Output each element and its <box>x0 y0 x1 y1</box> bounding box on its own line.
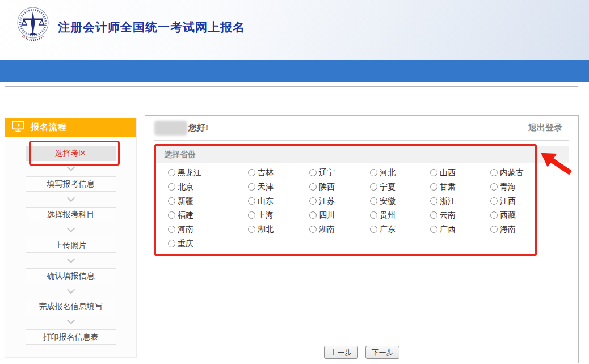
province-option-湖北[interactable]: 湖北 <box>248 222 309 236</box>
sidebar-step-4[interactable]: 上传照片 <box>26 238 116 253</box>
radio-circle-icon[interactable] <box>168 240 175 247</box>
radio-circle-icon[interactable] <box>309 211 317 219</box>
province-label: 山西 <box>440 168 456 178</box>
radio-circle-icon[interactable] <box>309 183 317 191</box>
province-option-安徽[interactable]: 安徽 <box>370 194 430 208</box>
province-option-江西[interactable]: 江西 <box>490 194 569 208</box>
radio-circle-icon[interactable] <box>490 169 498 176</box>
province-label: 湖北 <box>258 225 274 235</box>
province-option-广东[interactable]: 广东 <box>370 222 430 236</box>
radio-circle-icon[interactable] <box>490 197 498 205</box>
chevron-down-icon <box>68 253 74 268</box>
radio-circle-icon[interactable] <box>490 183 498 191</box>
sidebar-step-3[interactable]: 选择报考科目 <box>26 207 116 222</box>
radio-circle-icon[interactable] <box>430 211 437 219</box>
radio-circle-icon[interactable] <box>248 169 255 176</box>
province-option-重庆[interactable]: 重庆 <box>168 236 248 251</box>
next-step-button[interactable]: 下一步 <box>365 346 399 359</box>
province-option-四川[interactable]: 四川 <box>309 208 370 222</box>
province-option-西藏[interactable]: 西藏 <box>490 208 569 222</box>
province-grid: 黑龙江吉林辽宁河北山西内蒙古北京天津陕西宁夏甘肃青海新疆山东江苏安徽浙江江西福建… <box>154 163 569 251</box>
radio-circle-icon[interactable] <box>309 197 317 205</box>
radio-circle-icon[interactable] <box>248 226 255 233</box>
province-label: 云南 <box>440 210 456 221</box>
radio-circle-icon[interactable] <box>370 226 377 233</box>
province-option-甘肃[interactable]: 甘肃 <box>430 180 490 194</box>
province-label: 江苏 <box>319 196 335 206</box>
radio-circle-icon[interactable] <box>430 226 437 233</box>
province-option-贵州[interactable]: 贵州 <box>370 208 430 222</box>
province-option-山东[interactable]: 山东 <box>248 194 309 208</box>
radio-circle-icon[interactable] <box>309 169 317 176</box>
province-option-海南[interactable]: 海南 <box>490 222 569 236</box>
sidebar-step-2[interactable]: 填写报考信息 <box>26 176 116 192</box>
main-panel: 您好! 退出登录 选择省份 黑龙江吉林辽宁河北山西内蒙古北京天津陕西宁夏甘肃青海… <box>145 115 579 363</box>
province-option-北京[interactable]: 北京 <box>168 180 248 194</box>
province-label: 北京 <box>178 182 193 192</box>
radio-circle-icon[interactable] <box>168 226 175 233</box>
toolbar-box <box>5 86 578 109</box>
radio-circle-icon[interactable] <box>430 197 437 205</box>
province-option-江苏[interactable]: 江苏 <box>309 194 370 208</box>
sidebar-step-6[interactable]: 完成报名信息填写 <box>26 299 116 314</box>
radio-circle-icon[interactable] <box>248 197 255 205</box>
province-label: 重庆 <box>178 239 193 249</box>
radio-circle-icon[interactable] <box>430 169 437 176</box>
prev-step-button[interactable]: 上一步 <box>324 346 358 359</box>
province-option-福建[interactable]: 福建 <box>168 208 248 222</box>
province-option-吉林[interactable]: 吉林 <box>248 166 309 180</box>
province-label: 黑龙江 <box>178 168 201 178</box>
radio-circle-icon[interactable] <box>168 169 175 176</box>
province-option-天津[interactable]: 天津 <box>248 180 309 194</box>
radio-circle-icon[interactable] <box>370 211 377 219</box>
radio-circle-icon[interactable] <box>168 211 175 219</box>
sidebar-step-5[interactable]: 确认填报信息 <box>26 268 116 283</box>
province-option-河北[interactable]: 河北 <box>370 166 430 180</box>
radio-circle-icon[interactable] <box>490 226 498 233</box>
chevron-down-icon <box>68 283 74 299</box>
top-header: 注册会计师全国统一考试网上报名 <box>0 0 589 60</box>
province-label: 河北 <box>380 168 396 178</box>
province-option-黑龙江[interactable]: 黑龙江 <box>168 166 248 180</box>
radio-circle-icon[interactable] <box>370 197 377 205</box>
province-label: 江西 <box>500 196 516 206</box>
province-label: 辽宁 <box>319 168 335 178</box>
radio-circle-icon[interactable] <box>248 183 255 191</box>
section-header: 选择省份 <box>154 146 569 163</box>
radio-circle-icon[interactable] <box>370 169 377 176</box>
province-option-青海[interactable]: 青海 <box>490 180 569 194</box>
province-label: 山东 <box>258 196 274 206</box>
chevron-down-icon <box>68 314 74 329</box>
radio-circle-icon[interactable] <box>370 183 377 191</box>
province-option-辽宁[interactable]: 辽宁 <box>309 166 370 180</box>
radio-circle-icon[interactable] <box>168 183 175 191</box>
province-option-湖南[interactable]: 湖南 <box>309 222 370 236</box>
province-option-上海[interactable]: 上海 <box>248 208 309 222</box>
province-label: 海南 <box>500 225 516 235</box>
province-label: 新疆 <box>178 196 193 206</box>
province-label: 广西 <box>440 225 456 235</box>
radio-circle-icon[interactable] <box>430 183 437 191</box>
radio-circle-icon[interactable] <box>490 211 498 219</box>
monitor-icon <box>12 121 24 134</box>
province-option-山西[interactable]: 山西 <box>430 166 490 180</box>
logout-link[interactable]: 退出登录 <box>528 122 562 133</box>
province-option-广西[interactable]: 广西 <box>430 222 490 236</box>
province-label: 湖南 <box>319 225 335 235</box>
province-option-宁夏[interactable]: 宁夏 <box>370 180 430 194</box>
chevron-down-icon <box>68 222 74 238</box>
province-label: 上海 <box>258 210 274 221</box>
sidebar-step-7[interactable]: 打印报名信息表 <box>26 329 116 345</box>
radio-circle-icon[interactable] <box>248 211 255 219</box>
province-option-云南[interactable]: 云南 <box>430 208 490 222</box>
radio-circle-icon[interactable] <box>309 226 317 233</box>
province-option-陕西[interactable]: 陕西 <box>309 180 370 194</box>
province-option-新疆[interactable]: 新疆 <box>168 194 248 208</box>
province-option-浙江[interactable]: 浙江 <box>430 194 490 208</box>
radio-circle-icon[interactable] <box>168 197 175 205</box>
sidebar-title: 报名流程 <box>31 122 67 133</box>
province-option-河南[interactable]: 河南 <box>168 222 248 236</box>
sidebar-step-1[interactable]: 选择考区 <box>26 146 116 161</box>
province-option-内蒙古[interactable]: 内蒙古 <box>490 166 569 180</box>
chevron-down-icon <box>68 192 74 207</box>
